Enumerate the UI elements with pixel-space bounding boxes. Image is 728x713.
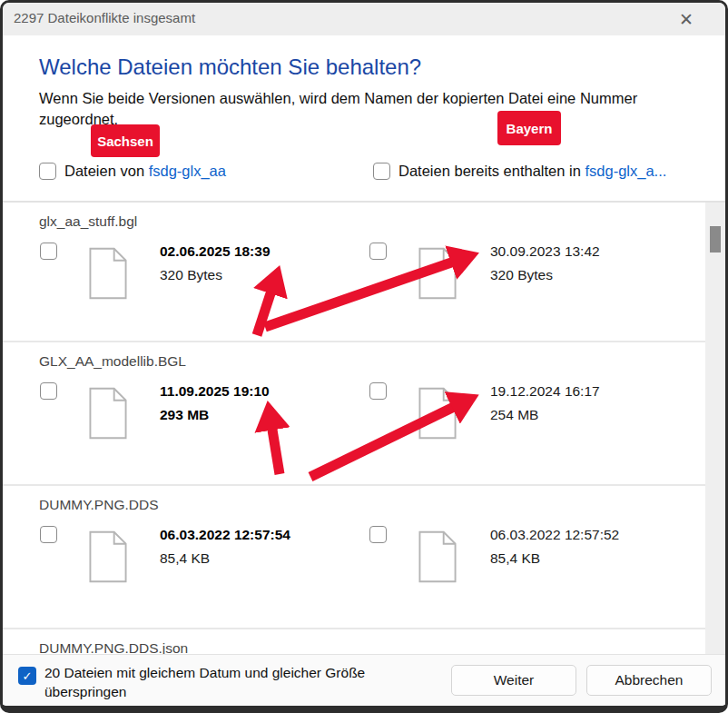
screen: 2297 Dateikonflikte insgesamt ✕ Welche D…: [0, 0, 728, 713]
source-version-checkbox[interactable]: [40, 526, 57, 543]
source-date: 11.09.2025 19:10: [160, 382, 270, 401]
file-icon: [89, 247, 127, 300]
scrollbar-thumb[interactable]: [710, 226, 721, 253]
source-version-checkbox[interactable]: [40, 382, 57, 400]
source-version-meta: 02.06.2025 18:39 320 Bytes: [160, 243, 271, 284]
conflict-row: GLX_AA_modellib.BGL 11.09.2025 19:10 293…: [3, 342, 706, 486]
file-conflict-dialog: 2297 Dateikonflikte insgesamt ✕ Welche D…: [0, 0, 728, 713]
cancel-button[interactable]: Abbrechen: [586, 665, 712, 696]
select-all-source-checkbox[interactable]: [39, 163, 56, 180]
select-all-target-row: Dateien bereits enthalten in fsdg-glx_a.…: [373, 163, 666, 180]
target-version-meta: 19.12.2024 16:17 254 MB: [490, 382, 600, 424]
target-version-checkbox[interactable]: [369, 243, 387, 260]
file-icon: [418, 247, 457, 300]
source-date: 06.03.2022 12:57:54: [160, 526, 290, 544]
target-folder-link[interactable]: fsdg-glx_a...: [585, 163, 666, 179]
target-version-checkbox[interactable]: [369, 382, 387, 400]
conflict-row: DUMMY.PNG.DDS 06.03.2022 12:57:54 85,4 K…: [3, 486, 706, 629]
file-icon: [418, 530, 457, 583]
target-version-panel: 06.03.2022 12:57:52 85,4 KB: [369, 486, 669, 628]
skip-equal-files-label: 20 Dateien mit gleichem Datum und gleich…: [44, 663, 408, 701]
select-all-target-checkbox[interactable]: [373, 163, 390, 180]
source-folder-link[interactable]: fsdg-glx_aa: [149, 163, 226, 179]
skip-equal-files-checkbox[interactable]: ✓: [18, 667, 36, 685]
target-date: 30.09.2023 13:42: [490, 243, 600, 261]
conflict-row: DUMMY.PNG.DDS.json: [3, 629, 706, 657]
conflict-row: glx_aa_stuff.bgl 02.06.2025 18:39 320 By…: [3, 203, 706, 342]
conflict-list: glx_aa_stuff.bgl 02.06.2025 18:39 320 By…: [3, 201, 725, 657]
target-version-panel: 30.09.2023 13:42 320 Bytes: [369, 203, 669, 341]
conflict-rows: glx_aa_stuff.bgl 02.06.2025 18:39 320 By…: [3, 203, 725, 657]
source-size: 320 Bytes: [160, 266, 271, 284]
target-version-meta: 30.09.2023 13:42 320 Bytes: [490, 243, 600, 284]
file-icon: [89, 387, 127, 440]
source-version-panel: 06.03.2022 12:57:54 85,4 KB: [40, 486, 339, 628]
target-size: 320 Bytes: [490, 266, 600, 284]
target-date: 19.12.2024 16:17: [490, 382, 600, 401]
source-version-panel: 02.06.2025 18:39 320 Bytes: [40, 203, 339, 341]
source-size: 293 MB: [160, 406, 270, 424]
annotation-label-sachsen: Sachsen: [91, 124, 160, 157]
target-version-checkbox[interactable]: [369, 526, 387, 543]
close-icon[interactable]: ✕: [674, 7, 698, 31]
title-bar: 2297 Dateikonflikte insgesamt ✕: [3, 3, 725, 35]
select-all-source-label: Dateien von fsdg-glx_aa: [64, 163, 226, 180]
source-version-checkbox[interactable]: [40, 243, 57, 260]
checkmark-icon: ✓: [23, 669, 33, 683]
target-size: 254 MB: [490, 406, 600, 424]
file-icon: [89, 530, 127, 583]
select-all-source-row: Dateien von fsdg-glx_aa: [39, 163, 226, 180]
source-size: 85,4 KB: [160, 550, 290, 568]
scrollbar-track[interactable]: [705, 203, 725, 657]
target-version-meta: 06.03.2022 12:57:52 85,4 KB: [490, 526, 619, 568]
skip-equal-files-row: ✓ 20 Dateien mit gleichem Datum und glei…: [18, 663, 408, 701]
source-version-panel: 11.09.2025 19:10 293 MB: [40, 342, 339, 484]
file-icon: [418, 387, 457, 440]
target-size: 85,4 KB: [490, 550, 619, 568]
source-version-meta: 06.03.2022 12:57:54 85,4 KB: [160, 526, 290, 568]
page-title: Welche Dateien möchten Sie behalten?: [39, 54, 421, 80]
target-version-panel: 19.12.2024 16:17 254 MB: [369, 342, 669, 484]
select-all-target-label: Dateien bereits enthalten in fsdg-glx_a.…: [398, 163, 666, 180]
dialog-title: 2297 Dateikonflikte insgesamt: [14, 10, 195, 25]
next-button[interactable]: Weiter: [451, 665, 576, 696]
annotation-label-bayern: Bayern: [497, 111, 561, 145]
source-date: 02.06.2025 18:39: [160, 243, 271, 261]
source-version-meta: 11.09.2025 19:10 293 MB: [160, 382, 270, 424]
target-date: 06.03.2022 12:57:52: [490, 526, 619, 544]
footer-bar: ✓ 20 Dateien mit gleichem Datum und glei…: [3, 654, 725, 706]
